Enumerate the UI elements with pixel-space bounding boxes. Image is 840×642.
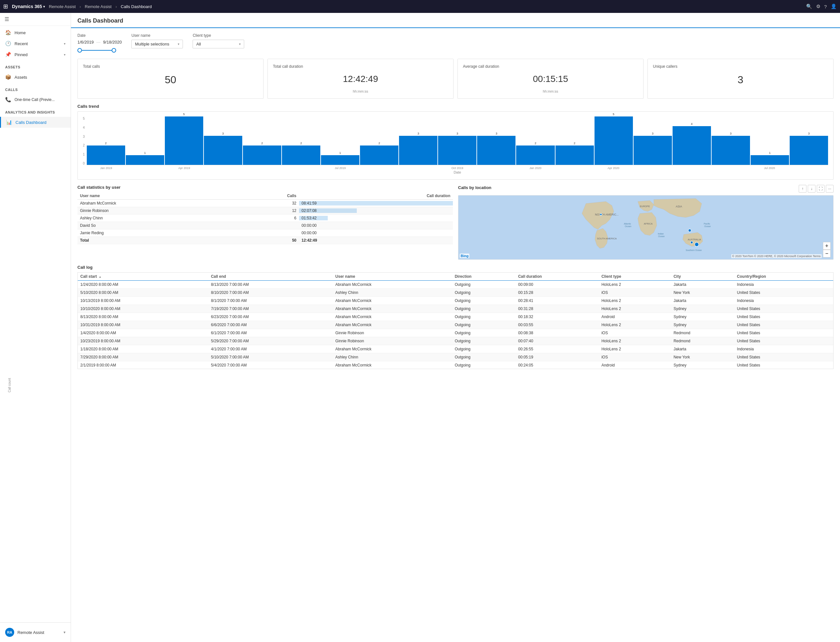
sidebar-item-pinned[interactable]: 📌 Pinned ▾ <box>0 49 71 60</box>
sidebar-main-nav: 🏠 Home 🕐 Recent ▾ 📌 Pinned ▾ <box>0 26 71 61</box>
bar-value-label-7: 2 <box>379 142 380 145</box>
search-icon[interactable]: 🔍 <box>806 3 812 9</box>
bar-value-label-2: 5 <box>183 113 185 116</box>
log-col-end[interactable]: Call end <box>209 272 333 280</box>
stats-cell-calls-4 <box>242 229 299 237</box>
slider-thumb-end[interactable] <box>112 48 116 53</box>
svg-text:NORTH AMERIC...: NORTH AMERIC... <box>595 213 618 216</box>
username-dropdown[interactable]: Multiple selections ▾ <box>131 40 183 49</box>
calls-by-location-section: Calls by location ↑ ↓ ⛶ ··· <box>458 185 834 260</box>
help-icon[interactable]: ? <box>824 4 827 9</box>
log-end-10: 5/4/2020 7:00:00 AM <box>209 362 333 370</box>
client-filter-group: Client type All ▾ <box>193 33 244 49</box>
bar-fill-10 <box>477 136 515 165</box>
log-direction-2: Outgoing <box>452 297 516 305</box>
map-zoom-plus-btn[interactable]: + <box>823 242 831 250</box>
stats-row-4: Jamie Reding 00:00:00 <box>78 229 453 237</box>
brand-chevron[interactable]: ▾ <box>43 5 45 8</box>
hamburger-menu[interactable]: ☰ <box>0 13 71 26</box>
call-log-row-1: 5/10/2020 8:00:00 AM 8/10/2020 7:00:00 A… <box>78 289 833 297</box>
pinned-icon: 📌 <box>5 52 11 57</box>
bar-fill-15 <box>673 126 711 165</box>
map-more-btn[interactable]: ··· <box>826 185 834 193</box>
settings-icon[interactable]: ⚙ <box>816 3 820 9</box>
bar-item-3: 3 <box>204 132 242 165</box>
stats-row-2: Ashley Chinn 6 01:53:42 <box>78 214 453 222</box>
log-end-8: 4/1/2020 7:00:00 AM <box>209 345 333 353</box>
svg-text:Ocean: Ocean <box>704 225 711 227</box>
log-direction-8: Outgoing <box>452 345 516 353</box>
bar-item-7: 2 <box>360 142 398 165</box>
sidebar-item-calls-dashboard[interactable]: 📊 Calls Dashboard <box>0 117 71 128</box>
log-user-6: Ginnie Robinson <box>333 329 452 337</box>
log-col-start[interactable]: Call start ▲ <box>78 272 209 280</box>
stats-cell-duration-1: 02:07:08 <box>299 207 453 214</box>
client-dropdown[interactable]: All ▾ <box>193 40 244 49</box>
chart-bars-area: 2153221233322534313 Jan 2019Apr 2019Jul … <box>87 117 828 174</box>
bar-value-label-3: 3 <box>222 132 224 135</box>
sidebar-item-home[interactable]: 🏠 Home <box>0 27 71 38</box>
bar-value-label-0: 2 <box>105 142 107 145</box>
log-user-7: Ginnie Robinson <box>333 337 452 345</box>
x-label-12 <box>555 167 594 170</box>
sidebar-onetime-label: One-time Call (Previe... <box>15 97 55 102</box>
nav-link-remote-assist-2[interactable]: Remote Assist <box>85 4 112 9</box>
stats-cell-calls-1: 12 <box>242 207 299 214</box>
x-label-2: Apr 2019 <box>165 167 204 170</box>
x-label-0: Jan 2019 <box>87 167 126 170</box>
log-col-direction[interactable]: Direction <box>452 272 516 280</box>
bar-value-label-11: 2 <box>534 142 536 145</box>
y-axis-3: 3 <box>83 135 85 138</box>
client-dropdown-chevron-icon: ▾ <box>239 42 241 46</box>
log-city-9: New York <box>671 353 735 362</box>
log-col-user[interactable]: User name <box>333 272 452 280</box>
bar-item-6: 1 <box>321 151 359 165</box>
sidebar-item-onetime[interactable]: 📞 One-time Call (Previe... <box>0 94 71 105</box>
date-filter-label: Date <box>78 33 121 38</box>
recent-chevron-icon: ▾ <box>64 42 65 45</box>
x-label-10 <box>477 167 516 170</box>
sidebar-item-assets[interactable]: 📦 Assets <box>0 71 71 83</box>
bar-fill-3 <box>204 136 242 165</box>
log-direction-10: Outgoing <box>452 362 516 370</box>
filters-row: Date 1/6/2019 — 9/18/2020 User name Mult… <box>71 33 840 59</box>
log-client-5: HoloLens 2 <box>599 321 671 329</box>
x-label-9: Oct 2019 <box>438 167 477 170</box>
map-copyright: © 2020 TomTom © 2020 HERE, © 2020 Micros… <box>731 254 822 258</box>
total-duration-label: Total call duration <box>273 64 448 69</box>
map-expand-btn[interactable]: ⛶ <box>817 185 824 193</box>
bar-fill-2 <box>165 117 203 165</box>
slider-thumb-start[interactable] <box>78 48 82 53</box>
stats-row-0: Abraham McCormick 32 08:41:59 <box>78 200 453 207</box>
log-col-country[interactable]: Country/Region <box>735 272 833 280</box>
log-city-6: Redmond <box>671 329 735 337</box>
apps-icon[interactable]: ⊞ <box>3 3 8 10</box>
call-log-table-wrapper[interactable]: Call start ▲ Call end User name Directio… <box>78 272 834 369</box>
log-col-duration[interactable]: Call duration <box>515 272 599 280</box>
bar-value-label-18: 3 <box>808 132 810 135</box>
sidebar-bottom-remote-assist[interactable]: RA Remote Assist ▾ <box>0 625 71 639</box>
page-title: Calls Dashboard <box>78 18 834 28</box>
brand-name[interactable]: Dynamics 365 ▾ <box>12 4 45 9</box>
call-log-row-8: 1/18/2020 8:00:00 AM 4/1/2020 7:00:00 AM… <box>78 345 833 353</box>
username-filter-group: User name Multiple selections ▾ <box>131 33 183 49</box>
log-direction-5: Outgoing <box>452 321 516 329</box>
user-avatar[interactable]: 👤 <box>831 3 837 9</box>
map-container: NORTH AMERIC... SOUTH AMERICA EUROPE AFR… <box>458 195 834 260</box>
unique-callers-value: 3 <box>653 71 828 88</box>
svg-text:Atlantic: Atlantic <box>624 223 631 225</box>
call-log-row-9: 7/29/2020 8:00:00 AM 5/10/2020 7:00:00 A… <box>78 353 833 362</box>
date-range-slider[interactable] <box>78 47 116 54</box>
log-user-3: Abraham McCormick <box>333 305 452 313</box>
stats-cell-user-4: Jamie Reding <box>78 229 242 237</box>
x-axis-label: Date <box>87 170 828 174</box>
nav-link-remote-assist[interactable]: Remote Assist <box>49 4 76 9</box>
log-col-client[interactable]: Client type <box>599 272 671 280</box>
map-sort-down-btn[interactable]: ↓ <box>808 185 816 193</box>
sidebar-bottom-chevron-icon[interactable]: ▾ <box>63 630 65 635</box>
log-col-city[interactable]: City <box>671 272 735 280</box>
log-city-2: Jakarta <box>671 297 735 305</box>
sidebar-item-recent[interactable]: 🕐 Recent ▾ <box>0 38 71 49</box>
map-sort-up-btn[interactable]: ↑ <box>799 185 806 193</box>
map-zoom-minus-btn[interactable]: − <box>823 250 831 258</box>
